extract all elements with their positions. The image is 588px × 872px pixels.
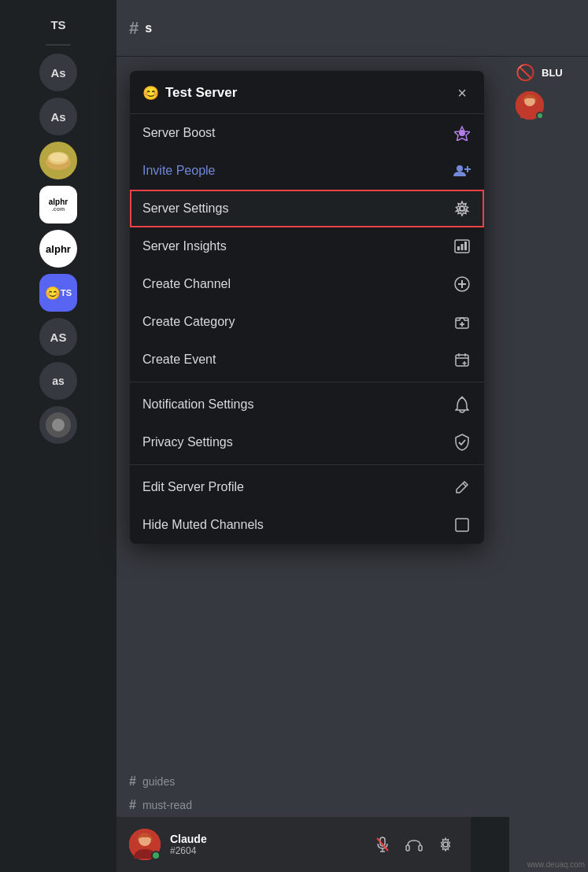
no-entry-icon: 🚫 (516, 63, 535, 82)
watermark: www.deuaq.com (527, 860, 585, 869)
sidebar-item-alphr-circle[interactable]: alphr (39, 230, 77, 268)
bread-icon (39, 142, 77, 179)
menu-item-create-channel[interactable]: Create Channel (130, 265, 484, 303)
server-insights-label: Server Insights (142, 239, 227, 253)
privacy-settings-icon (453, 433, 472, 452)
dropdown-header: 😊 Test Server × (130, 71, 484, 114)
right-partial-panel: # s 🚫 BLU (509, 0, 588, 872)
menu-item-invite-people[interactable]: Invite People (130, 152, 484, 190)
server-settings-label: Server Settings (142, 201, 228, 216)
sidebar-item-circle-bottom[interactable] (39, 406, 77, 444)
ts-active-emoji: 😊 (45, 286, 61, 301)
notification-settings-icon (453, 395, 472, 414)
svg-point-10 (460, 206, 464, 211)
settings-icon (438, 837, 453, 852)
channel-header: # s (116, 0, 588, 57)
user-status-dot (151, 851, 161, 860)
divider-1 (130, 382, 484, 382)
sidebar-item-bread[interactable] (39, 142, 77, 179)
sidebar-item-as4[interactable]: as (39, 362, 77, 400)
user-info: Claude #2604 (170, 833, 361, 856)
alphr-circle-label: alphr (46, 243, 71, 255)
divider-2 (130, 464, 484, 465)
user-bar: Claude #2604 (116, 817, 471, 872)
headphones-button[interactable] (401, 832, 427, 857)
hide-muted-channels-icon (453, 515, 472, 534)
server-insights-icon (453, 237, 472, 256)
svg-rect-36 (406, 845, 409, 851)
alphr-text-bottom: .com (52, 206, 65, 212)
circle-inner (52, 419, 65, 431)
svg-rect-21 (456, 355, 468, 366)
svg-point-2 (50, 153, 67, 162)
svg-rect-14 (464, 242, 467, 250)
menu-item-privacy-settings[interactable]: Privacy Settings (130, 423, 484, 461)
menu-item-server-settings[interactable]: Server Settings (130, 190, 484, 227)
svg-rect-13 (461, 244, 464, 250)
sidebar-item-alphr-text[interactable]: alphr .com (39, 186, 77, 224)
svg-point-7 (457, 165, 463, 172)
server-boost-label: Server Boost (142, 126, 215, 140)
channel-header-hash-icon: # (129, 18, 139, 39)
user-avatar (129, 829, 161, 860)
dropdown-title: 😊 Test Server (142, 85, 237, 102)
right-partial-user: 🚫 BLU (509, 57, 588, 88)
sidebar-as1-label: As (50, 66, 65, 79)
right-user-text: BLU (542, 67, 563, 79)
menu-item-server-insights[interactable]: Server Insights (130, 227, 484, 265)
create-event-icon (453, 350, 472, 369)
menu-item-hide-muted-channels[interactable]: Hide Muted Channels (130, 506, 484, 544)
edit-server-profile-icon (453, 478, 472, 497)
svg-rect-12 (457, 246, 460, 250)
sidebar-item-ts-active[interactable]: 😊 TS (39, 274, 77, 312)
sidebar-item-as3[interactable]: AS (39, 318, 77, 356)
menu-item-notification-settings[interactable]: Notification Settings (130, 386, 484, 423)
edit-server-profile-label: Edit Server Profile (142, 480, 244, 494)
alphr-text-top: alphr (49, 198, 68, 206)
privacy-settings-label: Privacy Settings (142, 435, 233, 449)
create-category-icon (453, 312, 472, 331)
sidebar-separator-1 (46, 44, 71, 46)
svg-rect-29 (456, 519, 468, 531)
menu-item-create-category[interactable]: Create Category (130, 303, 484, 341)
headphones-icon (405, 837, 423, 852)
sidebar: TS As As alphr .com alphr 😊 TS (0, 0, 116, 872)
guides-hash-icon: # (129, 774, 136, 789)
server-settings-icon (453, 199, 472, 218)
hide-muted-channels-label: Hide Muted Channels (142, 518, 264, 532)
user-name: Claude (170, 833, 361, 845)
svg-line-28 (463, 483, 466, 486)
dropdown-title-text: Test Server (165, 85, 237, 101)
settings-button[interactable] (433, 832, 458, 857)
menu-item-create-event[interactable]: Create Event (130, 341, 484, 379)
notification-settings-label: Notification Settings (142, 397, 253, 412)
server-boost-icon (453, 124, 472, 142)
sidebar-item-ts-top[interactable]: TS (39, 13, 77, 36)
invite-people-icon (453, 161, 472, 180)
dropdown-close-button[interactable]: × (453, 83, 472, 102)
dropdown-title-emoji: 😊 (142, 85, 159, 102)
ts-active-label: TS (61, 288, 72, 297)
must-read-hash-icon: # (129, 798, 136, 812)
menu-item-server-boost[interactable]: Server Boost (130, 114, 484, 152)
invite-people-label: Invite People (142, 164, 216, 178)
sidebar-as3-label: AS (50, 331, 67, 344)
mic-button[interactable] (370, 832, 395, 857)
sidebar-ts-label: TS (50, 18, 65, 31)
create-event-label: Create Event (142, 353, 216, 367)
guides-channel-name: guides (142, 775, 175, 788)
sidebar-as2-label: As (50, 110, 65, 124)
channel-header-name: s (145, 21, 152, 35)
sidebar-as4-label: as (52, 375, 65, 387)
svg-point-27 (461, 397, 464, 399)
sidebar-item-as2[interactable]: As (39, 98, 77, 135)
sidebar-item-as1[interactable]: As (39, 54, 77, 91)
create-category-label: Create Category (142, 315, 235, 329)
user-controls (370, 832, 458, 857)
svg-point-38 (443, 842, 448, 847)
must-read-channel-name: must-read (142, 799, 192, 811)
create-channel-label: Create Channel (142, 277, 231, 291)
menu-item-edit-server-profile[interactable]: Edit Server Profile (130, 468, 484, 506)
right-user-avatar[interactable] (516, 91, 544, 120)
bread-svg (44, 150, 72, 172)
